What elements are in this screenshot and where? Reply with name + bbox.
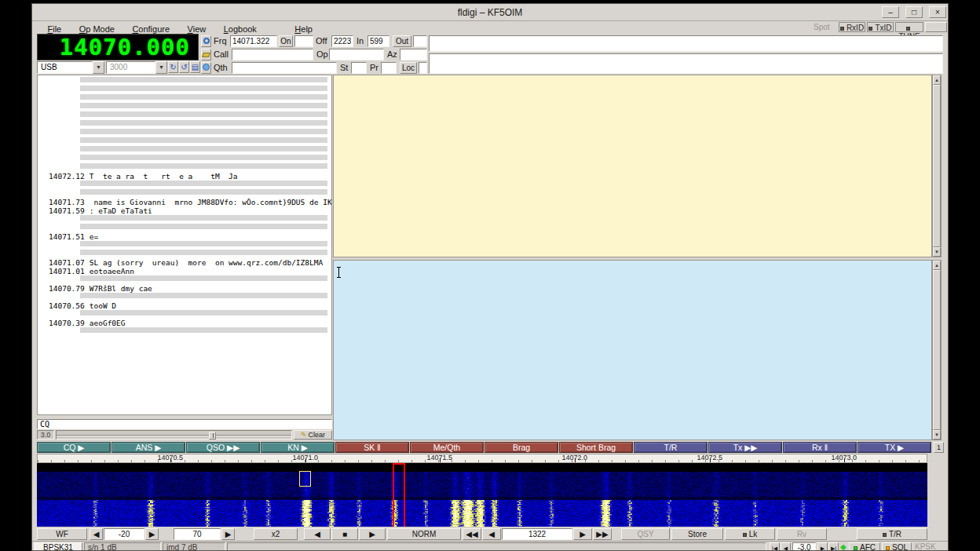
browser-row[interactable]: 14071.01eotoaeeAnn (38, 267, 331, 276)
az-label: Az (387, 49, 397, 60)
store-button[interactable]: Store (671, 528, 723, 540)
macro-short-brag-button[interactable]: Short Brag (559, 442, 633, 453)
scroll-up-button[interactable]: ▲ (933, 75, 941, 85)
pr-input[interactable] (381, 62, 397, 74)
carrier-rewind-button[interactable]: ◀◀ (463, 528, 481, 540)
carrier-up-button[interactable]: ▶ (573, 528, 592, 540)
time-off-input[interactable] (331, 35, 353, 47)
menu-help[interactable]: Help (287, 24, 320, 35)
offset-min-button[interactable]: |◀ (770, 542, 780, 551)
op-input[interactable] (329, 49, 384, 60)
upper-up-button[interactable]: ▶ (145, 528, 159, 540)
scroll-left-button[interactable]: ◀ (304, 528, 331, 540)
offset-up-button[interactable]: ▶ (817, 542, 828, 551)
rx-scrollbar-thumb[interactable] (933, 85, 941, 247)
wf-speed-button[interactable]: NORM (387, 528, 461, 540)
offset-max-button[interactable]: ▶| (828, 542, 839, 551)
notes-input-bottom[interactable] (429, 53, 943, 74)
macro-rx-button[interactable]: Rx ‖ (783, 442, 857, 453)
macro-tx2-button[interactable]: TX ▶ (858, 442, 931, 453)
scroll-down-button[interactable]: ▼ (933, 430, 941, 440)
tx-scrollbar[interactable]: ▲ ▼ (932, 260, 942, 440)
titlebar[interactable]: fldigi – KF5OIM – □ × (32, 4, 948, 21)
bandwidth-select[interactable]: 3000 ▼ (106, 61, 167, 74)
scroll-down-button[interactable]: ▼ (933, 247, 941, 257)
restore-button[interactable]: ↺ (179, 61, 189, 73)
macro-tx-button[interactable]: Tx ▶▶ (708, 442, 782, 453)
upper-down-button[interactable]: ◀ (90, 528, 103, 540)
rx-scrollbar[interactable]: ▲ ▼ (932, 75, 942, 257)
mode-status-button[interactable]: BPSK31 (34, 542, 82, 551)
wf-mode-button[interactable]: WF (37, 528, 87, 540)
browser-row[interactable]: 14071.51e= (38, 232, 331, 241)
rx-text-panel[interactable] (333, 75, 932, 257)
macro-me-qth-button[interactable]: Me/Qth (410, 442, 484, 453)
rst-out-input[interactable] (413, 35, 427, 47)
loc-input[interactable] (419, 62, 427, 74)
maximize-button[interactable]: □ (905, 6, 923, 18)
browser-row[interactable]: 14071.59: eTaD eTaTati (38, 206, 331, 215)
browser-row[interactable]: 14070.56tooW D (38, 301, 331, 310)
call-input[interactable] (232, 49, 313, 60)
browser-row[interactable]: 14071.07SL ag (sorry ureau) more on www.… (38, 258, 331, 267)
slider-handle[interactable] (209, 432, 216, 440)
frq-input[interactable] (230, 35, 277, 47)
rst-in-input[interactable] (368, 35, 389, 47)
time-on-input[interactable] (294, 35, 313, 47)
rst-out-button[interactable]: Out (393, 35, 411, 47)
macro-ans-button[interactable]: ANS ▶ (112, 442, 185, 453)
macro-cq-button[interactable]: CQ ▶ (37, 442, 111, 453)
rxid-toggle[interactable]: RxID (839, 22, 865, 32)
waterfall-display[interactable] (37, 463, 927, 527)
tx-scrollbar-thumb[interactable] (933, 270, 941, 430)
call-tag-button[interactable] (201, 49, 211, 60)
browser-search-input[interactable] (37, 419, 332, 429)
macro-brag-button[interactable]: Brag (485, 442, 558, 453)
frequency-lookup-button[interactable] (201, 35, 211, 47)
macro-tr-button[interactable]: T/R (634, 442, 708, 453)
chevron-down-icon[interactable]: ▼ (93, 61, 104, 74)
sideband-select[interactable]: USB ▼ (37, 61, 104, 74)
macro-qso-button[interactable]: QSO ▶▶ (186, 442, 260, 453)
browser-row[interactable]: 14070.79W7RšBl dmy cae (38, 284, 331, 293)
macro-kn-button[interactable]: KN ▶ (261, 442, 335, 453)
minimize-button[interactable]: – (882, 6, 899, 18)
st-input[interactable] (351, 62, 367, 74)
offset-down-button[interactable]: ◀ (781, 542, 791, 551)
waterfall-canvas[interactable] (37, 463, 927, 527)
txrx-toggle[interactable]: T/R (857, 528, 927, 540)
qth-input[interactable] (232, 62, 337, 74)
signal-browser-panel[interactable]: 14072.12T te a ra t rt e a tM Ja 14071.7… (37, 75, 332, 415)
browser-row[interactable]: 14070.39aeoGf0EG (38, 319, 331, 327)
menu-logbook[interactable]: Logbook (217, 24, 264, 35)
macro-page-button[interactable]: 1 (934, 442, 944, 453)
lock-toggle[interactable]: Lk (725, 528, 775, 540)
time-on-button[interactable]: On (279, 35, 293, 47)
chevron-down-icon[interactable]: ▼ (155, 61, 167, 74)
sweep-button[interactable]: ↻ (168, 61, 178, 73)
zoom-button[interactable]: x2 (254, 528, 298, 540)
txid-toggle[interactable]: TxID (867, 22, 894, 32)
browser-clear-button[interactable]: ✎Clear (294, 430, 332, 440)
tx-text-panel[interactable] (333, 260, 932, 440)
squelch-slider[interactable] (56, 430, 292, 440)
wf-pause-button[interactable]: ■ (331, 528, 358, 540)
memory-button[interactable]: ▤ (190, 61, 200, 73)
carrier-forward-button[interactable]: ▶▶ (593, 528, 612, 540)
browser-row[interactable]: 14072.12T te a ra t rt e a tM Ja (38, 172, 331, 181)
scroll-up-button[interactable]: ▲ (933, 261, 941, 270)
afc-toggle[interactable]: AFC (849, 542, 880, 551)
scroll-right-button[interactable]: ▶ (359, 528, 386, 540)
notes-input-top[interactable] (429, 35, 943, 52)
browser-row[interactable]: 14071.73 name is Giovanni mrno JM88DVfo:… (38, 198, 331, 206)
macro-sk-button[interactable]: SK ‖ (335, 442, 409, 453)
carrier-down-button[interactable]: ◀ (482, 528, 501, 540)
qth-globe-button[interactable] (201, 62, 211, 74)
loc-button[interactable]: Loc (400, 62, 417, 74)
az-input[interactable] (400, 49, 427, 60)
frequency-display[interactable]: 14070.000 (37, 34, 199, 60)
range-up-button[interactable]: ▶ (221, 528, 235, 540)
sql-toggle[interactable]: SQL (882, 542, 912, 551)
close-button[interactable]: × (929, 6, 946, 18)
tune-toggle[interactable]: TUNE (895, 22, 923, 32)
